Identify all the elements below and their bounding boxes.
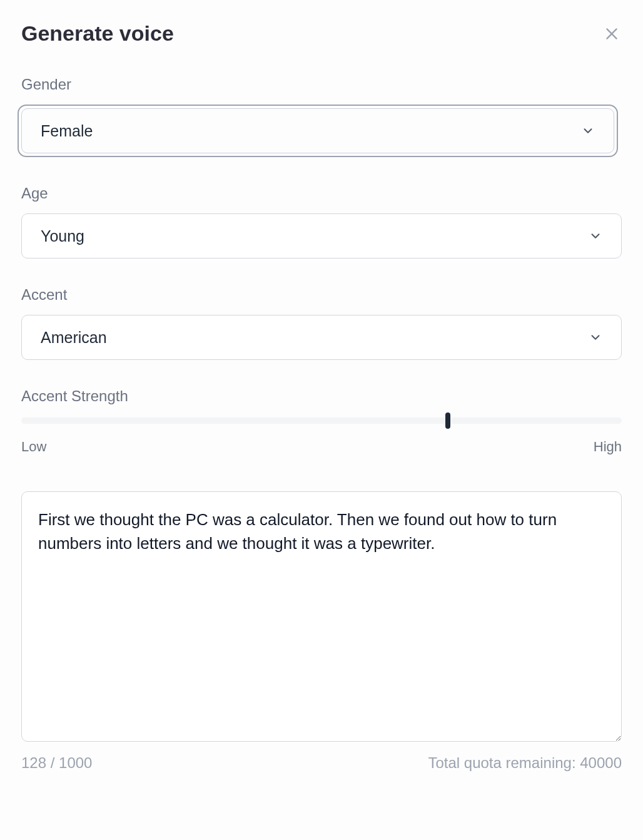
gender-select-wrapper: Female <box>18 105 618 157</box>
char-count: 128 / 1000 <box>21 754 92 772</box>
accent-select-value: American <box>41 329 107 347</box>
slider-low-label: Low <box>21 439 46 455</box>
accent-select[interactable]: American <box>21 315 622 360</box>
accent-strength-label: Accent Strength <box>21 387 622 405</box>
age-select-wrapper: Young <box>21 213 622 259</box>
dialog-title: Generate voice <box>21 21 174 46</box>
gender-select-value: Female <box>41 122 93 140</box>
chevron-down-icon <box>589 229 602 243</box>
close-icon <box>604 26 620 42</box>
age-select-value: Young <box>41 227 84 245</box>
close-button[interactable] <box>602 24 622 44</box>
accent-field: Accent American <box>21 286 622 360</box>
gender-select[interactable]: Female <box>21 108 614 153</box>
slider-thumb[interactable] <box>445 412 450 429</box>
dialog-header: Generate voice <box>21 21 622 46</box>
gender-label: Gender <box>21 76 622 93</box>
quota-remaining: Total quota remaining: 40000 <box>428 754 622 772</box>
accent-label: Accent <box>21 286 622 304</box>
age-label: Age <box>21 185 622 202</box>
age-select[interactable]: Young <box>21 213 622 259</box>
slider-high-label: High <box>594 439 622 455</box>
accent-strength-field: Accent Strength Low High <box>21 387 622 455</box>
accent-select-wrapper: American <box>21 315 622 360</box>
accent-strength-slider[interactable] <box>21 417 622 424</box>
footer-row: 128 / 1000 Total quota remaining: 40000 <box>21 754 622 772</box>
slider-range-labels: Low High <box>21 439 622 455</box>
gender-field: Gender Female <box>21 76 622 157</box>
text-input[interactable] <box>21 491 622 742</box>
age-field: Age Young <box>21 185 622 259</box>
chevron-down-icon <box>589 330 602 344</box>
chevron-down-icon <box>581 124 595 138</box>
